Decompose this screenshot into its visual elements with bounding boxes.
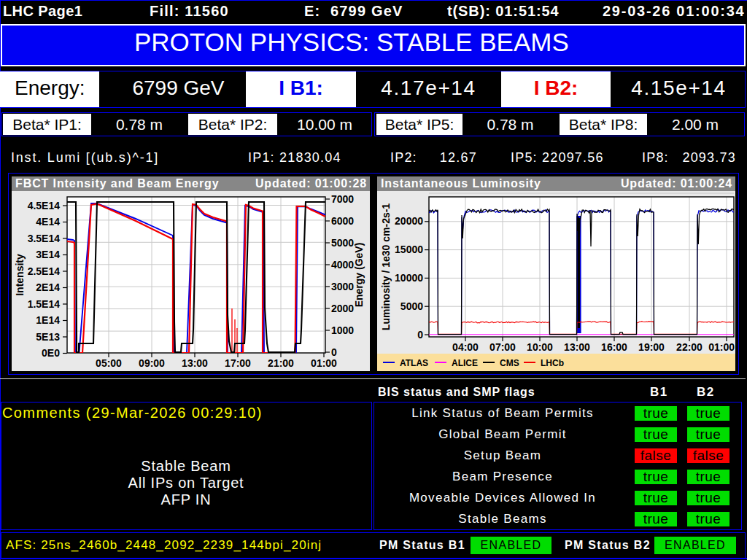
svg-text:2.5E14: 2.5E14 (28, 265, 61, 277)
svg-text:5000: 5000 (400, 300, 423, 312)
svg-text:5E13: 5E13 (36, 331, 60, 343)
svg-text:09:00: 09:00 (139, 357, 165, 369)
svg-text:6000: 6000 (331, 215, 354, 227)
svg-text:21:00: 21:00 (268, 357, 294, 369)
svg-text:4.5E14: 4.5E14 (28, 200, 61, 211)
svg-text:Luminosity / 1e30 cm-2s-1: Luminosity / 1e30 cm-2s-1 (380, 203, 392, 331)
svg-text:LHCb: LHCb (541, 358, 564, 368)
svg-text:05:00: 05:00 (96, 357, 122, 369)
svg-text:ALICE: ALICE (452, 358, 478, 368)
svg-text:2000: 2000 (331, 303, 354, 314)
svg-text:16:00: 16:00 (601, 341, 627, 353)
svg-text:FBCT Intensity and Beam Energy: FBCT Intensity and Beam Energy (15, 177, 220, 190)
svg-text:17:00: 17:00 (225, 357, 251, 369)
svg-text:0: 0 (331, 346, 337, 358)
svg-text:0: 0 (417, 329, 423, 341)
svg-text:13:00: 13:00 (564, 341, 590, 353)
svg-text:4E14: 4E14 (36, 216, 60, 228)
svg-text:07:00: 07:00 (489, 341, 516, 353)
svg-text:22:00: 22:00 (676, 341, 703, 353)
svg-text:1.5E14: 1.5E14 (28, 298, 61, 310)
svg-text:01:00: 01:00 (708, 341, 735, 353)
svg-text:10:00: 10:00 (527, 341, 553, 353)
svg-text:Updated: 01:00:24: Updated: 01:00:24 (621, 177, 732, 190)
svg-text:CMS: CMS (500, 358, 519, 368)
svg-text:Updated: 01:00:28: Updated: 01:00:28 (255, 177, 367, 190)
svg-text:4000: 4000 (331, 259, 354, 271)
svg-text:2E14: 2E14 (36, 281, 60, 293)
svg-text:ATLAS: ATLAS (400, 358, 428, 368)
svg-text:19:00: 19:00 (638, 341, 665, 353)
svg-text:5000: 5000 (331, 237, 354, 249)
svg-text:04:00: 04:00 (452, 341, 479, 353)
svg-text:20000: 20000 (395, 215, 423, 227)
svg-text:3.5E14: 3.5E14 (28, 233, 61, 244)
svg-text:15000: 15000 (395, 244, 423, 255)
svg-text:01:00: 01:00 (311, 357, 337, 369)
svg-text:Instantaneous Luminosity: Instantaneous Luminosity (381, 177, 541, 190)
svg-text:7000: 7000 (331, 193, 354, 205)
svg-text:10000: 10000 (395, 272, 423, 284)
svg-text:Intensity: Intensity (14, 254, 26, 296)
svg-text:1000: 1000 (331, 324, 354, 336)
svg-text:1E14: 1E14 (36, 314, 60, 326)
svg-text:3E14: 3E14 (36, 249, 60, 260)
svg-text:3000: 3000 (331, 281, 354, 292)
svg-text:Energy (GeV): Energy (GeV) (353, 243, 365, 308)
svg-text:13:00: 13:00 (182, 357, 208, 369)
svg-text:0E0: 0E0 (42, 347, 60, 359)
